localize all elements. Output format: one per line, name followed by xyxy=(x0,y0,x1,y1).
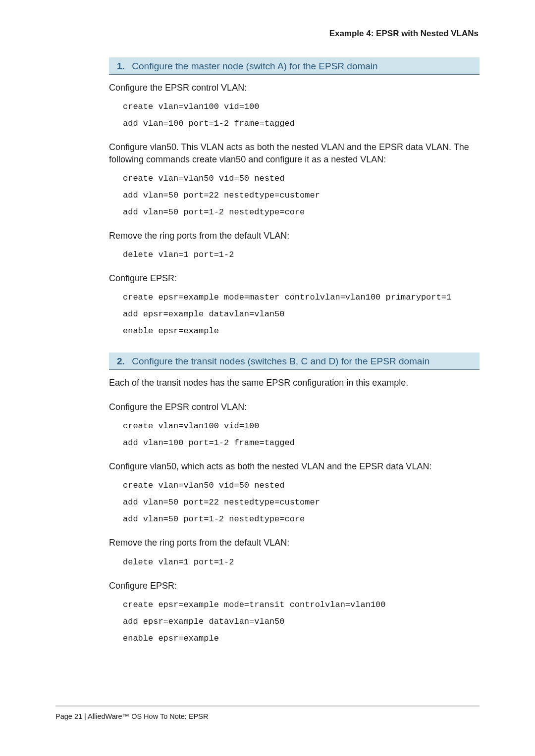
page: Example 4: EPSR with Nested VLANs 1. Con… xyxy=(0,0,535,647)
paragraph: Configure EPSR: xyxy=(109,272,480,284)
code-line: add vlan=50 port=1-2 nestedtype=core xyxy=(123,511,480,528)
footer-text: Page 21 | AlliedWare™ OS How To Note: EP… xyxy=(55,712,480,720)
page-header: Example 4: EPSR with Nested VLANs xyxy=(55,29,480,39)
code-line: delete vlan=1 port=1-2 xyxy=(123,247,480,263)
paragraph: Configure the EPSR control VLAN: xyxy=(109,401,480,413)
code-line: add vlan=50 port=22 nestedtype=customer xyxy=(123,187,480,204)
code-line: add epsr=example datavlan=vlan50 xyxy=(123,306,480,323)
step-heading-1: 1. Configure the master node (switch A) … xyxy=(109,57,480,75)
paragraph: Configure vlan50, which acts as both the… xyxy=(109,460,480,472)
step-1-content: Configure the EPSR control VLAN: create … xyxy=(109,82,480,340)
code-block: create vlan=vlan50 vid=50 nested add vla… xyxy=(123,170,480,221)
code-block: create vlan=vlan100 vid=100 add vlan=100… xyxy=(123,99,480,132)
code-line: create vlan=vlan50 vid=50 nested xyxy=(123,170,480,187)
code-line: enable epsr=example xyxy=(123,630,480,647)
step-title: Configure the transit nodes (switches B,… xyxy=(132,356,429,366)
step-2-content: Each of the transit nodes has the same E… xyxy=(109,377,480,647)
code-line: add vlan=100 port=1-2 frame=tagged xyxy=(123,115,480,132)
paragraph: Configure vlan50. This VLAN acts as both… xyxy=(109,141,480,165)
code-block: create vlan=vlan100 vid=100 add vlan=100… xyxy=(123,418,480,452)
code-line: create vlan=vlan50 vid=50 nested xyxy=(123,477,480,494)
code-line: add vlan=100 port=1-2 frame=tagged xyxy=(123,435,480,452)
code-line: create vlan=vlan100 vid=100 xyxy=(123,418,480,435)
code-block: create epsr=example mode=master controlv… xyxy=(123,289,480,340)
paragraph: Each of the transit nodes has the same E… xyxy=(109,377,480,389)
code-line: enable epsr=example xyxy=(123,323,480,340)
code-line: add vlan=50 port=1-2 nestedtype=core xyxy=(123,204,480,221)
footer-rule xyxy=(55,705,480,706)
code-line: delete vlan=1 port=1-2 xyxy=(123,554,480,571)
paragraph: Configure EPSR: xyxy=(109,580,480,592)
step-number: 1. xyxy=(117,61,125,71)
code-line: create epsr=example mode=transit control… xyxy=(123,597,480,613)
code-line: create epsr=example mode=master controlv… xyxy=(123,289,480,306)
code-line: add epsr=example datavlan=vlan50 xyxy=(123,613,480,630)
step-number: 2. xyxy=(117,356,125,366)
paragraph: Configure the EPSR control VLAN: xyxy=(109,82,480,94)
step-heading-2: 2. Configure the transit nodes (switches… xyxy=(109,353,480,370)
code-line: add vlan=50 port=22 nestedtype=customer xyxy=(123,494,480,511)
step-title: Configure the master node (switch A) for… xyxy=(132,61,377,71)
page-footer: Page 21 | AlliedWare™ OS How To Note: EP… xyxy=(55,705,480,720)
paragraph: Remove the ring ports from the default V… xyxy=(109,537,480,549)
code-block: create epsr=example mode=transit control… xyxy=(123,597,480,647)
code-block: delete vlan=1 port=1-2 xyxy=(123,554,480,571)
paragraph: Remove the ring ports from the default V… xyxy=(109,230,480,242)
code-line: create vlan=vlan100 vid=100 xyxy=(123,99,480,115)
code-block: create vlan=vlan50 vid=50 nested add vla… xyxy=(123,477,480,528)
code-block: delete vlan=1 port=1-2 xyxy=(123,247,480,263)
